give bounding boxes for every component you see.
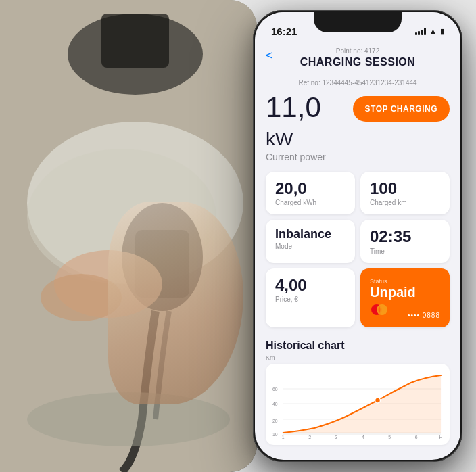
phone-screen: 16:21 ▲ ▮ < Point no: 4172 bbox=[255, 12, 460, 460]
svg-text:3: 3 bbox=[335, 435, 338, 440]
status-value: Unpaid bbox=[370, 285, 440, 300]
stat-card-charged-kwh: 20,0 Charged kWh bbox=[266, 172, 355, 214]
svg-text:6: 6 bbox=[415, 435, 418, 440]
app-header: < Point no: 4172 CHARGING SESSION bbox=[255, 42, 460, 75]
card-bottom: •••• 0888 bbox=[370, 304, 440, 319]
time-value: 02:35 bbox=[370, 228, 440, 245]
phone-frame: 16:21 ▲ ▮ < Point no: 4172 bbox=[253, 10, 462, 462]
time-label: Time bbox=[370, 247, 440, 255]
mastercard-icon bbox=[370, 304, 389, 319]
back-button[interactable]: < bbox=[266, 49, 273, 63]
charged-km-value: 100 bbox=[370, 180, 440, 197]
mode-label: Mode bbox=[275, 243, 346, 250]
phone-notch bbox=[314, 12, 402, 32]
chart-title: Historical chart bbox=[266, 339, 450, 352]
svg-point-11 bbox=[377, 304, 387, 315]
svg-rect-4 bbox=[135, 230, 189, 298]
mode-value: Inbalance bbox=[275, 228, 346, 241]
stat-card-mode: Inbalance Mode bbox=[266, 220, 355, 262]
svg-point-2 bbox=[27, 149, 216, 284]
stat-card-status: Status Unpaid bbox=[360, 268, 450, 327]
stat-card-charged-km: 100 Charged km bbox=[360, 172, 450, 214]
svg-text:5: 5 bbox=[388, 435, 391, 440]
power-label: Current power bbox=[266, 151, 353, 162]
svg-point-6 bbox=[41, 274, 122, 321]
battery-icon: ▮ bbox=[440, 27, 444, 36]
power-value: 11,0 kW bbox=[266, 93, 353, 150]
svg-text:40: 40 bbox=[272, 402, 278, 406]
status-sublabel: Status bbox=[370, 278, 440, 285]
charged-kwh-label: Charged kWh bbox=[275, 199, 346, 206]
charged-km-label: Charged km bbox=[370, 199, 440, 206]
svg-point-3 bbox=[122, 203, 203, 311]
power-row: 11,0 kW Current power STOP CHARGING bbox=[266, 93, 450, 162]
svg-text:4: 4 bbox=[362, 435, 364, 440]
main-content: Ref no: 12344445-4541231234-231444 11,0 … bbox=[255, 75, 460, 327]
svg-text:1: 1 bbox=[282, 435, 285, 440]
stat-card-time: 02:35 Time bbox=[360, 220, 450, 262]
svg-text:60: 60 bbox=[272, 387, 278, 392]
status-time: 16:21 bbox=[271, 26, 297, 37]
price-label: Price, € bbox=[275, 296, 346, 303]
power-block: 11,0 kW Current power bbox=[266, 93, 353, 162]
historical-chart: 10 20 40 60 bbox=[271, 372, 444, 440]
power-unit: kW bbox=[266, 128, 293, 149]
svg-point-9 bbox=[27, 392, 230, 446]
stat-card-price: 4,00 Price, € bbox=[266, 268, 355, 327]
app-scroll[interactable]: < Point no: 4172 CHARGING SESSION Ref no… bbox=[255, 42, 460, 460]
status-icons: ▲ ▮ bbox=[415, 27, 444, 36]
svg-text:10: 10 bbox=[272, 432, 278, 437]
stop-charging-button[interactable]: STOP CHARGING bbox=[353, 96, 450, 122]
stats-grid: 20,0 Charged kWh 100 Charged km Inbalanc… bbox=[266, 172, 450, 327]
chart-container: 10 20 40 60 bbox=[266, 364, 450, 445]
svg-text:20: 20 bbox=[272, 419, 278, 423]
svg-text:H: H bbox=[439, 435, 443, 440]
ref-number: Ref no: 12344445-4541231234-231444 bbox=[266, 79, 450, 87]
phone-device: 16:21 ▲ ▮ < Point no: 4172 bbox=[253, 10, 462, 462]
card-number: •••• 0888 bbox=[408, 312, 440, 319]
page-title: CHARGING SESSION bbox=[266, 56, 450, 68]
wifi-icon: ▲ bbox=[429, 27, 437, 35]
point-label: Point no: 4172 bbox=[266, 47, 450, 55]
signal-icon bbox=[415, 27, 427, 35]
chart-y-label: Km bbox=[266, 354, 450, 361]
price-value: 4,00 bbox=[275, 277, 346, 294]
background-photo bbox=[0, 0, 257, 472]
charged-kwh-value: 20,0 bbox=[275, 180, 346, 197]
svg-text:2: 2 bbox=[308, 435, 311, 440]
svg-point-20 bbox=[375, 398, 381, 403]
svg-rect-8 bbox=[101, 14, 169, 68]
chart-section: Historical chart Km 10 20 40 60 bbox=[255, 333, 460, 445]
